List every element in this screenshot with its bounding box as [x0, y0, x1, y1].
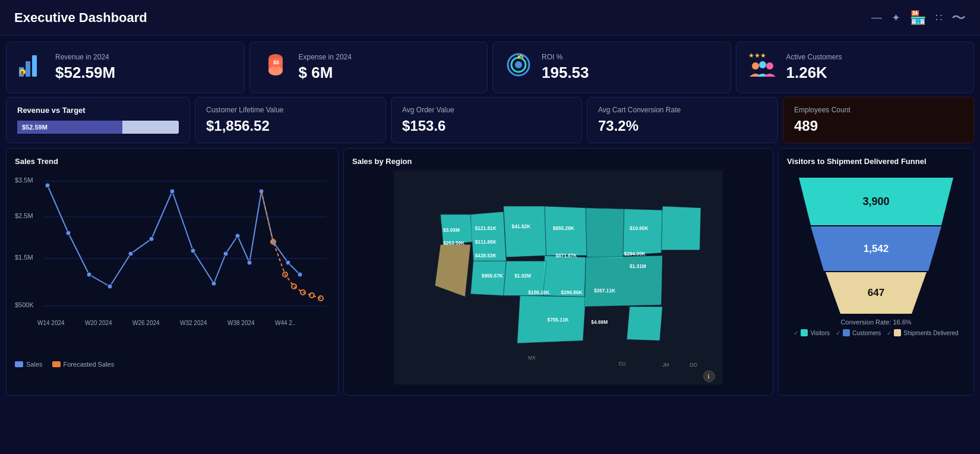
svg-text:ℹ: ℹ [707, 373, 710, 380]
minimize-icon[interactable]: — [871, 11, 882, 24]
svg-point-31 [128, 251, 133, 256]
funnel-legend-label-customers: Customers [852, 330, 881, 336]
svg-marker-62 [623, 209, 662, 256]
funnel-legend-label-visitors: Visitors [810, 330, 830, 336]
funnel-legend-color-customers [843, 329, 850, 336]
legend-label-forecast: Forecasted Sales [64, 361, 115, 368]
svg-text:W44 2..: W44 2.. [275, 320, 295, 326]
kpi-label-customers: Active Customers [786, 53, 842, 61]
svg-point-32 [149, 237, 154, 241]
revenue-target-label: Revenue vs Target [17, 106, 179, 115]
progress-bar-fill: $52.59M [17, 121, 122, 134]
svg-text:$121.81K: $121.81K [475, 225, 497, 231]
svg-text:$$: $$ [273, 59, 279, 65]
svg-text:3,900: 3,900 [862, 196, 889, 207]
svg-point-42 [298, 272, 302, 277]
svg-text:$3.5M: $3.5M [15, 176, 33, 184]
funnel-tier-visitors-svg: 3,900 [793, 178, 959, 225]
svg-point-41 [286, 260, 290, 265]
svg-text:$111.65K: $111.65K [475, 239, 497, 245]
svg-point-27 [45, 183, 50, 188]
svg-text:$41.52K: $41.52K [512, 223, 530, 229]
svg-text:$1.5M: $1.5M [15, 254, 33, 261]
svg-text:$156.16K: $156.16K [528, 289, 549, 295]
svg-text:1,542: 1,542 [864, 243, 889, 254]
wave-icon: 〜 [951, 8, 966, 27]
svg-marker-63 [662, 206, 701, 250]
expense-icon: $$ $$ [261, 51, 290, 84]
kpi-content-revenue: Revenue in 2024 $52.59M [55, 53, 115, 82]
store-icon[interactable]: 🏪 [910, 10, 926, 26]
dots-icon: ∷ [935, 11, 942, 24]
kpi-value-expense: $ 6M [299, 64, 352, 82]
chart-legend: Sales Forecasted Sales [15, 361, 330, 368]
funnel-legend-shipments: ✓ Shipments Delivered [887, 329, 958, 336]
svg-text:MX: MX [528, 355, 536, 361]
metric-label-lifetime: Customer Lifetime Value [206, 106, 375, 114]
funnel-container: 3,900 1,542 647 [787, 178, 965, 314]
progress-bar-container: $52.59M [17, 121, 179, 134]
svg-point-37 [235, 234, 240, 238]
legend-color-sales [15, 361, 23, 367]
svg-text:DO: DO [690, 362, 698, 368]
svg-marker-59 [504, 206, 546, 257]
funnel-legend: ✓ Visitors ✓ Customers ✓ Shipments Deliv… [787, 329, 965, 336]
svg-point-30 [108, 284, 112, 289]
svg-text:$1.31M: $1.31M [630, 263, 646, 269]
funnel-card: Visitors to Shipment Delivered Funnel 3,… [778, 148, 974, 396]
svg-rect-1 [26, 61, 30, 77]
sales-by-region-card: Sales by Region [343, 148, 773, 396]
svg-text:$955.57K: $955.57K [482, 273, 503, 279]
svg-point-36 [223, 251, 228, 256]
svg-marker-66 [584, 256, 662, 307]
svg-text:$296.86K: $296.86K [561, 289, 583, 295]
svg-text:$500K: $500K [15, 301, 34, 308]
kpi-content-expense: Expense in 2024 $ 6M [299, 53, 352, 82]
kpi-card-customers: ★★★ Active Customers 1.26K [736, 42, 975, 93]
roi-icon [504, 51, 533, 84]
svg-point-18 [766, 62, 773, 70]
funnel-conversion-rate: Conversion Rate: 16.6% [787, 319, 965, 326]
progress-bar-text: $52.59M [22, 124, 48, 131]
sales-trend-title: Sales Trend [15, 157, 330, 166]
legend-color-forecast [52, 361, 61, 367]
svg-point-35 [211, 281, 216, 286]
svg-point-38 [247, 260, 252, 265]
legend-forecast: Forecasted Sales [52, 361, 115, 368]
customers-icon: ★★★ [747, 51, 778, 84]
svg-text:$357.11K: $357.11K [594, 288, 615, 294]
svg-text:$4.69M: $4.69M [591, 319, 608, 325]
legend-sales: Sales [15, 361, 43, 368]
svg-text:$294.00K: $294.00K [624, 251, 646, 257]
svg-point-13 [515, 61, 522, 68]
kpi-content-roi: ROI % 195.53 [542, 53, 589, 82]
svg-rect-2 [32, 55, 37, 77]
metric-card-avg-order: Avg Order Value $153.6 [391, 97, 582, 143]
svg-text:$2.5M: $2.5M [15, 212, 33, 219]
header-icons: — ✦ 🏪 ∷ 〜 [871, 8, 966, 27]
kpi-card-revenue: $ Revenue in 2024 $52.59M [6, 42, 245, 93]
svg-text:$253.59K: $253.59K [443, 240, 464, 246]
svg-text:CU: CU [619, 361, 626, 367]
sales-map-svg: $3.03M $121.81K $41.52K $253.59K $111.65… [352, 171, 764, 384]
sales-by-region-title: Sales by Region [352, 157, 764, 166]
legend-label-sales: Sales [26, 361, 43, 368]
kpi-row: $ Revenue in 2024 $52.59M $$ $$ Expense … [0, 36, 980, 97]
svg-text:$428.53K: $428.53K [475, 253, 497, 258]
metric-card-employees: Employees Count 489 [783, 97, 974, 143]
metric-value-cart-conversion: 73.2% [598, 118, 767, 134]
funnel-tier-shipments-svg: 647 [793, 272, 959, 314]
revenue-target-card: Revenue vs Target $52.59M [6, 97, 190, 143]
svg-text:W26 2024: W26 2024 [132, 320, 160, 326]
svg-point-7 [268, 66, 283, 75]
funnel-tier-customers-svg: 1,542 [793, 226, 959, 271]
svg-text:JM: JM [662, 362, 669, 368]
svg-text:$655.28K: $655.28K [553, 225, 574, 231]
funnel-title: Visitors to Shipment Delivered Funnel [787, 157, 965, 166]
sales-trend-card: Sales Trend $3.5M $2.5M $1.5M $500K [6, 148, 339, 396]
page-title: Executive Dashboard [14, 10, 147, 26]
kpi-card-expense: $$ $$ Expense in 2024 $ 6M [249, 42, 488, 93]
svg-point-17 [759, 61, 766, 68]
svg-text:647: 647 [868, 287, 884, 298]
svg-point-45 [292, 284, 296, 289]
